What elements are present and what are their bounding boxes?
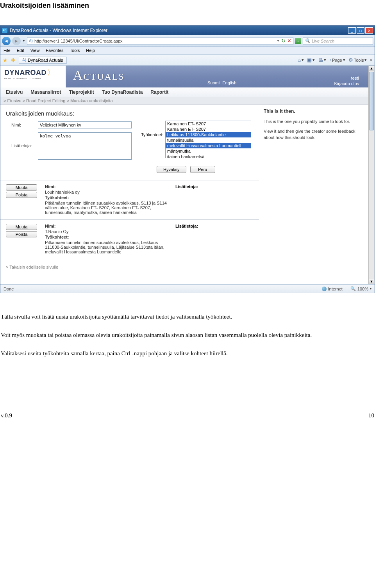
tools-menu[interactable]: ⚙ Tools ▾ — [348, 57, 367, 63]
forward-button[interactable]: ► — [12, 37, 21, 45]
stop-icon[interactable]: ✕ — [287, 38, 291, 44]
label-lisatietoja: Lisätietoja: — [175, 184, 198, 189]
search-placeholder: Live Search — [312, 39, 334, 43]
refresh-icon[interactable]: ↻ — [281, 38, 286, 44]
maximize-button[interactable]: □ — [357, 27, 364, 34]
chevron-right-icon[interactable]: » — [370, 58, 372, 62]
doc-paragraph-1: Tällä sivulla voit lisätä uusia urakoits… — [0, 293, 375, 325]
logo-arrow-icon: 〉 — [47, 69, 54, 77]
minimize-button[interactable]: _ — [348, 27, 356, 34]
help-title: This is it then. — [264, 109, 364, 114]
logo-subtitle: PLAN. SCHEDULE. CONTROL. — [4, 77, 43, 80]
menu-favorites[interactable]: Favorites — [46, 48, 63, 53]
label-nimi: Nimi: — [45, 224, 80, 228]
menu-file[interactable]: File — [4, 48, 11, 53]
go-button[interactable]: → — [295, 38, 301, 44]
lang-finnish[interactable]: Suomi — [207, 80, 220, 85]
feeds-button[interactable]: ▣ ▾ — [307, 57, 315, 63]
doc-paragraph-3: Valitaksesi useita työkohteita samalla k… — [0, 343, 375, 362]
scroll-thumb[interactable] — [369, 72, 374, 130]
listbox-option[interactable]: meluvallit Hossansalmesta Luomantiell — [166, 143, 251, 148]
accept-button[interactable]: Hyväksy — [157, 166, 186, 173]
listbox-option[interactable]: Karnainen ET- S207 — [166, 121, 251, 127]
page-menu[interactable]: ▫ Page ▾ — [329, 57, 345, 63]
back-button[interactable]: ◄ — [2, 37, 11, 45]
label-lisatietoja: Lisätietoja: — [175, 224, 198, 228]
dynaroad-logo: DYNAROAD〉 PLAN. SCHEDULE. CONTROL. — [0, 66, 66, 87]
status-bar: Done Internet 🔍 100% ▾ — [0, 284, 375, 293]
menubar: File Edit View Favorites Tools Help — [0, 47, 375, 55]
tab-etusivu[interactable]: Etusivu — [6, 89, 23, 95]
print-button[interactable]: 🖶 ▾ — [318, 57, 326, 63]
address-dropdown-icon[interactable]: ▼ — [277, 39, 280, 43]
scroll-up-icon[interactable]: ▲ — [369, 66, 374, 71]
menu-tools[interactable]: Tools — [70, 48, 80, 53]
add-favorite-icon[interactable]: ✚ — [11, 57, 16, 63]
window-title: DynaRoad Actuals - Windows Internet Expl… — [10, 28, 107, 33]
gear-icon: ⚙ — [348, 57, 353, 63]
url-text[interactable]: http://server1:12345/UI/ContractorCreate… — [34, 39, 275, 43]
tab-massansiirrot[interactable]: Massansiirrot — [30, 89, 61, 95]
tab-title: DynaRoad Actuals — [28, 58, 63, 62]
page-icon: A) — [29, 39, 33, 43]
doc-paragraph-2: Voit myös muokata tai poistaa olemassa o… — [0, 325, 375, 343]
label-nimi: Nimi: — [11, 121, 35, 127]
remove-button[interactable]: Poista — [6, 192, 37, 198]
tab-page-icon: A) — [22, 58, 26, 62]
lang-english[interactable]: English — [222, 80, 236, 85]
vertical-scrollbar[interactable]: ▲ ▼ — [368, 66, 375, 284]
nimi-input[interactable] — [38, 121, 132, 128]
browser-tab[interactable]: A) DynaRoad Actuals — [19, 57, 67, 64]
sidebar-help: This is it then. This is the one you pro… — [259, 105, 368, 276]
print-icon: 🖶 — [318, 57, 323, 63]
search-icon: 🔍 — [305, 38, 310, 43]
label-tyokohteet: Työkohteet: — [141, 121, 165, 160]
home-button[interactable]: ⌂ ▾ — [298, 57, 304, 63]
tab-tuo[interactable]: Tuo DynaRoadista — [102, 89, 143, 95]
nav-history-dropdown[interactable]: ▼ — [22, 39, 25, 43]
menu-help[interactable]: Help — [86, 48, 95, 53]
globe-icon — [322, 287, 327, 291]
menu-view[interactable]: View — [30, 48, 40, 53]
scroll-down-icon[interactable]: ▼ — [369, 279, 374, 284]
search-input[interactable]: 🔍 Live Search — [303, 37, 373, 45]
browser-window: DynaRoad Actuals - Windows Internet Expl… — [0, 25, 375, 293]
tab-tieprojektit[interactable]: Tieprojektit — [69, 89, 94, 95]
listbox-option[interactable]: Leikkaus 111800-Saukkolantie — [166, 132, 251, 137]
contractor-name: Louhintahiekka oy — [45, 190, 168, 194]
contractor-row: Muuta Poista Nimi: Louhintahiekka oy Työ… — [0, 182, 259, 218]
tyokohteet-listbox[interactable]: Karnainen ET- S207Karnainen ET- S207Leik… — [165, 121, 251, 158]
menu-edit[interactable]: Edit — [17, 48, 24, 53]
change-button[interactable]: Muuta — [6, 224, 37, 230]
page-icon-btn: ▫ — [329, 57, 331, 63]
listbox-option[interactable]: Karnainen ET- S207 — [166, 127, 251, 132]
page-title: Urakoitsijoiden muokkaus: — [0, 108, 259, 121]
contractor-sites: Pitkämäen tunnelin itäinen suuaukko avol… — [45, 201, 168, 215]
address-bar[interactable]: A) http://server1:12345/UI/ContractorCre… — [27, 37, 293, 45]
cancel-button[interactable]: Peru — [190, 166, 215, 173]
zoom-control[interactable]: 🔍 100% ▾ — [350, 286, 371, 291]
logout-link[interactable]: Kirjaudu ulos — [334, 81, 359, 86]
content-area: DYNAROAD〉 PLAN. SCHEDULE. CONTROL. Actua… — [0, 66, 375, 284]
zoom-dropdown-icon[interactable]: ▾ — [370, 287, 371, 290]
close-button[interactable]: ✕ — [365, 27, 373, 34]
lisatietoja-input[interactable] — [38, 132, 132, 160]
address-toolbar: ◄ ► ▼ A) http://server1:12345/UI/Contrac… — [0, 35, 375, 47]
listbox-option[interactable]: mäntymutka — [166, 148, 251, 154]
tab-raportit[interactable]: Raportit — [150, 89, 168, 95]
label-tyokohteet: Työkohteet: — [45, 235, 80, 239]
favorites-icon[interactable]: ★ — [3, 57, 8, 63]
window-titlebar: DynaRoad Actuals - Windows Internet Expl… — [0, 26, 375, 35]
footer-page-number: 10 — [368, 412, 374, 419]
zoom-icon: 🔍 — [350, 286, 356, 291]
divider — [0, 180, 259, 180]
breadcrumb[interactable]: > Etusivu > Road Project Editing > Muokk… — [0, 97, 368, 105]
back-link[interactable]: > Takaisin edelliselle sivulle — [0, 261, 259, 273]
zoom-value: 100% — [357, 287, 368, 291]
logo-text: DYNAROAD — [4, 69, 46, 77]
listbox-option[interactable]: itäinen hankametsä — [166, 154, 251, 158]
change-button[interactable]: Muuta — [6, 184, 37, 191]
page-menu-label: Page — [332, 58, 342, 62]
remove-button[interactable]: Poista — [6, 231, 37, 237]
listbox-option[interactable]: tunnelinsuulla — [166, 137, 251, 143]
